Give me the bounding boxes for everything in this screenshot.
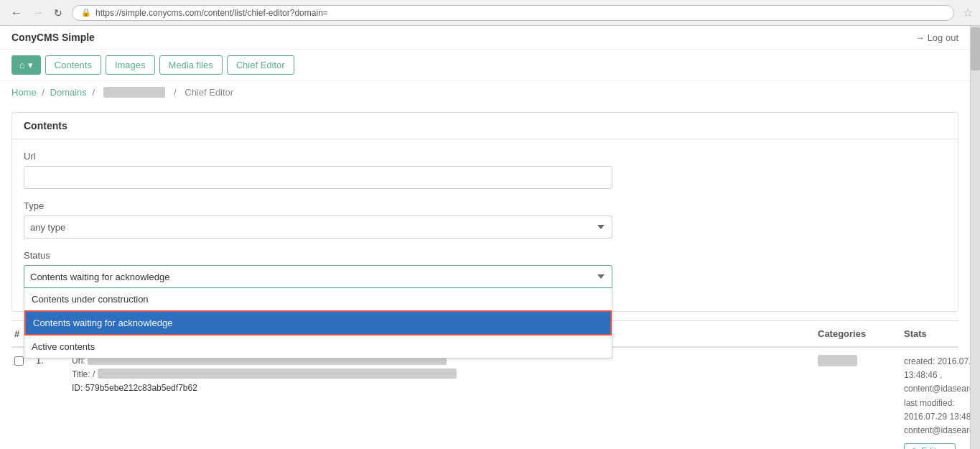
section-header: Contents — [12, 113, 958, 139]
col-categories: Categories — [815, 327, 901, 341]
status-select-wrapper: Contents waiting for acknowledge Content… — [24, 265, 612, 288]
url-label: Url — [24, 151, 612, 162]
modified-text: last modified: 2016.07.29 13:48:46 , — [904, 397, 980, 424]
category-badge — [818, 355, 857, 366]
status-dropdown-menu: Contents under construction Contents wai… — [24, 288, 612, 358]
dropdown-arrow-icon: ▾ — [28, 60, 33, 70]
title-prefix-label: Title: / — [72, 369, 95, 379]
content-meta: created: 2016.07.29 13:48:46 , content@i… — [904, 355, 980, 438]
edit-button[interactable]: ✎ Edit — [904, 443, 956, 449]
status-option-active[interactable]: Active contents — [24, 335, 612, 358]
status-select[interactable]: Contents waiting for acknowledge — [24, 265, 612, 288]
status-option-waiting[interactable]: Contents waiting for acknowledge — [24, 310, 612, 335]
type-form-group: Type any type article page news — [24, 200, 612, 239]
breadcrumb-home[interactable]: Home — [11, 87, 37, 98]
breadcrumb-separator-2: / — [92, 87, 97, 98]
browser-chrome: ← → ↻ 🔒 https://simple.conycms.com/conte… — [0, 0, 980, 26]
media-files-nav-button[interactable]: Media files — [159, 55, 223, 75]
nav-buttons: ⌂ ▾ Contents Images Media files Chief Ed… — [0, 50, 970, 81]
breadcrumb-separator-1: / — [42, 87, 47, 98]
table-row: 1. Url: Title: / ID: 579b5ebe212c83ab5ed… — [11, 348, 958, 449]
scrollbar[interactable] — [970, 26, 980, 449]
status-form-group: Status Contents waiting for acknowledge … — [24, 250, 612, 288]
created-by-text: content@idasearch.com — [904, 382, 980, 396]
logout-link[interactable]: → Log out — [915, 32, 958, 43]
breadcrumb-current: Chief Editor — [185, 87, 233, 98]
url-form-group: Url — [24, 151, 612, 189]
row-stats-actions: created: 2016.07.29 13:48:46 , content@i… — [901, 353, 958, 449]
breadcrumb-separator-3: / — [174, 87, 179, 98]
url-text: https://simple.conycms.com/content/list/… — [95, 8, 328, 18]
bookmark-button[interactable]: ☆ — [963, 6, 973, 19]
chief-editor-nav-button[interactable]: Chief Editor — [227, 55, 294, 75]
breadcrumb-domains[interactable]: Domains — [50, 87, 87, 98]
browser-nav-buttons[interactable]: ← → ↻ — [7, 5, 66, 21]
status-option-construction[interactable]: Contents under construction — [24, 288, 612, 310]
address-bar[interactable]: 🔒 https://simple.conycms.com/content/lis… — [72, 5, 954, 21]
content-id: ID: 579b5ebe212c83ab5edf7b62 — [72, 383, 197, 393]
contents-nav-button[interactable]: Contents — [45, 55, 101, 75]
app-title: ConyCMS Simple — [11, 32, 95, 43]
status-label: Status — [24, 250, 612, 261]
home-icon: ⌂ — [19, 60, 25, 70]
app-container: ConyCMS Simple → Log out ⌂ ▾ Contents Im… — [0, 26, 980, 449]
breadcrumb: Home / Domains / / Chief Editor — [0, 81, 970, 103]
type-select[interactable]: any type article page news — [24, 216, 612, 239]
row-content: Url: Title: / ID: 579b5ebe212c83ab5edf7b… — [69, 353, 815, 394]
lock-icon: 🔒 — [81, 8, 91, 17]
scrollbar-thumb[interactable] — [971, 27, 980, 70]
top-nav: ConyCMS Simple → Log out — [0, 26, 970, 50]
back-button[interactable]: ← — [7, 5, 26, 21]
modified-by-text: content@idasearch.com — [904, 424, 980, 438]
breadcrumb-domain — [103, 87, 166, 98]
action-buttons: ✎ Edit 🗑 Delete — [904, 443, 956, 449]
row-checkbox[interactable] — [14, 356, 24, 366]
col-stats: Stats — [901, 327, 958, 341]
title-value-blurred — [98, 369, 457, 379]
row-categories — [815, 353, 901, 368]
section-body: Url Type any type article page news Stat… — [12, 139, 958, 311]
forward-button[interactable]: → — [29, 5, 47, 21]
refresh-button[interactable]: ↻ — [50, 5, 66, 21]
logout-icon: → — [915, 32, 925, 43]
home-dropdown-button[interactable]: ⌂ ▾ — [11, 55, 41, 75]
type-label: Type — [24, 200, 612, 211]
created-text: created: 2016.07.29 13:48:46 , — [904, 355, 980, 382]
url-input[interactable] — [24, 166, 612, 189]
content-section: Contents Url Type any type article page … — [11, 112, 958, 312]
images-nav-button[interactable]: Images — [106, 55, 155, 75]
